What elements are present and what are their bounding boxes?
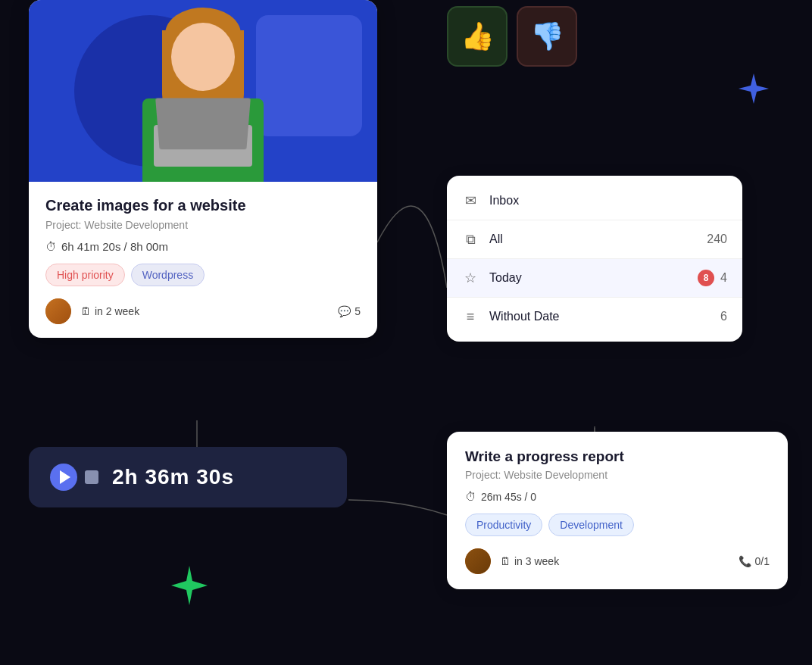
subtask-icon: 📞 xyxy=(739,555,751,567)
task1-avatar xyxy=(45,298,71,324)
all-icon: ⧉ xyxy=(462,231,479,248)
task1-tags: High priority Wordpress xyxy=(45,264,361,286)
task2-tags: Productivity Development xyxy=(465,514,770,536)
task2-title: Write a progress report xyxy=(465,448,770,465)
timer-controls xyxy=(50,464,98,491)
comment-icon: 💬 xyxy=(338,305,351,317)
today-badge: 8 xyxy=(698,270,714,286)
sparkle-decoration xyxy=(737,72,770,108)
tag-development: Development xyxy=(548,514,634,536)
task1-time: 6h 41m 20s / 8h 00m xyxy=(61,240,168,253)
tag-productivity: Productivity xyxy=(465,514,542,536)
task-card-1: Create images for a website Project: Web… xyxy=(29,0,377,338)
inbox-item-inbox[interactable]: ✉ Inbox xyxy=(447,182,742,220)
task2-bottom-row: 🗓 in 3 week 📞 0/1 xyxy=(465,548,770,574)
task1-title: Create images for a website xyxy=(45,197,361,214)
inbox-count-without-date: 6 xyxy=(720,310,727,323)
play-icon xyxy=(60,470,70,484)
task1-time-row: ⏱ 6h 41m 20s / 8h 00m xyxy=(45,240,361,253)
task-card-2: Write a progress report Project: Website… xyxy=(447,432,788,589)
thumbsdown-icon: 👎 xyxy=(530,20,564,52)
task-card-1-image xyxy=(29,0,377,182)
inbox-label-all: All xyxy=(489,233,696,246)
green-sparkle-decoration xyxy=(168,564,211,610)
task2-project: Project: Website Development xyxy=(465,469,770,481)
task2-time-row: ⏱ 26m 45s / 0 xyxy=(465,490,770,503)
calendar-icon: 🗓 xyxy=(80,305,91,317)
task2-subtasks: 📞 0/1 xyxy=(739,555,770,567)
task1-comments: 💬 5 xyxy=(338,305,361,317)
without-date-icon: ≡ xyxy=(462,308,479,325)
thumbsdown-button[interactable]: 👎 xyxy=(517,6,577,67)
task1-project: Project: Website Development xyxy=(45,219,361,231)
thumbsup-button[interactable]: 👍 xyxy=(447,6,508,67)
play-button[interactable] xyxy=(50,464,77,491)
task1-bottom-row: 🗓 in 2 week 💬 5 xyxy=(45,298,361,324)
today-icon: ☆ xyxy=(462,270,479,286)
tag-wordpress: Wordpress xyxy=(131,264,205,286)
stop-button[interactable] xyxy=(85,470,98,484)
clock-icon: ⏱ xyxy=(45,240,57,253)
task2-avatar xyxy=(465,548,491,574)
inbox-label-today: Today xyxy=(489,271,687,285)
inbox-icon: ✉ xyxy=(462,192,479,209)
inbox-item-today[interactable]: ☆ Today 8 4 xyxy=(447,259,742,298)
task2-due: 🗓 in 3 week xyxy=(500,555,729,567)
today-row-right: 8 4 xyxy=(698,270,727,286)
inbox-panel: ✉ Inbox ⧉ All 240 ☆ Today 8 4 ≡ Without … xyxy=(447,176,742,342)
clock-icon-2: ⏱ xyxy=(465,490,476,503)
thumbsup-icon: 👍 xyxy=(461,20,495,52)
inbox-item-without-date[interactable]: ≡ Without Date 6 xyxy=(447,298,742,336)
feedback-buttons: 👍 👎 xyxy=(447,6,577,67)
task1-due: 🗓 in 2 week xyxy=(80,305,329,317)
inbox-label-inbox: Inbox xyxy=(489,194,717,208)
calendar-icon-2: 🗓 xyxy=(500,555,511,567)
timer-block: 2h 36m 30s xyxy=(29,447,347,507)
task2-time: 26m 45s / 0 xyxy=(481,491,536,503)
inbox-count-today: 4 xyxy=(720,271,727,285)
inbox-label-without-date: Without Date xyxy=(489,310,710,323)
tag-high-priority: High priority xyxy=(45,264,125,286)
inbox-count-all: 240 xyxy=(707,233,727,246)
inbox-item-all[interactable]: ⧉ All 240 xyxy=(447,220,742,259)
timer-display: 2h 36m 30s xyxy=(112,465,234,489)
